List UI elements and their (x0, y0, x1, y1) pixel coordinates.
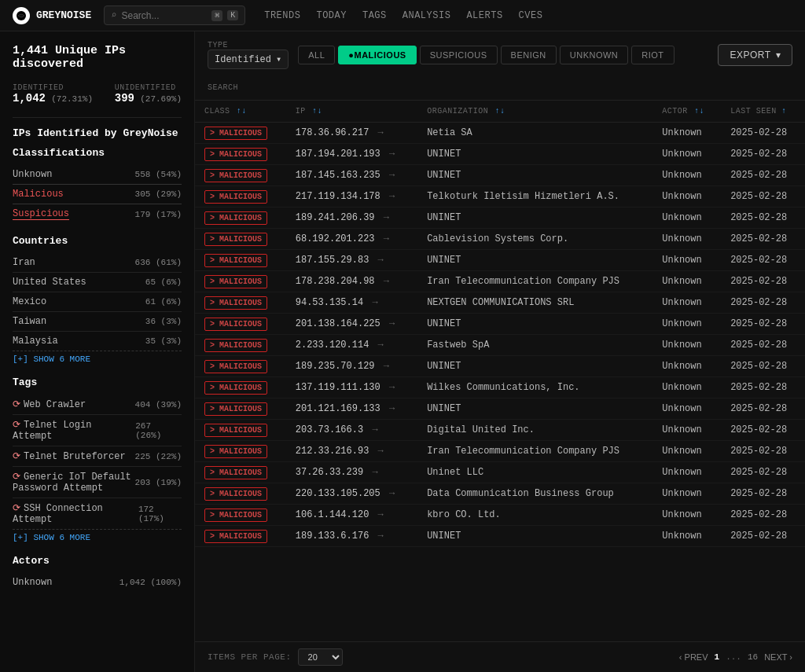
tag-telnet-login[interactable]: ⟳Telnet Login Attempt 267 (26%) (13, 417, 182, 444)
show-more-tags[interactable]: [+] SHOW 6 MORE (13, 533, 182, 542)
ip-link-4[interactable]: 189.241.206.39 (296, 212, 375, 223)
ip-link-6[interactable]: 187.155.29.83 (296, 255, 369, 266)
ip-arrow-17: → (389, 488, 395, 499)
export-button[interactable]: EXPORT ▾ (718, 44, 792, 66)
cell-class-4: MALICIOUS (195, 207, 286, 229)
ip-link-10[interactable]: 2.233.120.114 (296, 340, 369, 351)
col-ip[interactable]: IP ↑↓ (286, 101, 417, 123)
tab-riot[interactable]: RIOT (631, 46, 674, 64)
type-value: Identified (215, 54, 271, 65)
tab-malicious[interactable]: ●MALICIOUS (338, 46, 416, 64)
country-taiwan[interactable]: Taiwan 36 (3%) (13, 314, 182, 329)
page-last[interactable]: 16 (748, 652, 758, 662)
malicious-badge-4[interactable]: MALICIOUS (204, 211, 267, 225)
malicious-badge-2[interactable]: MALICIOUS (204, 169, 267, 182)
country-us[interactable]: United States 65 (6%) (13, 274, 182, 290)
ip-link-3[interactable]: 217.119.134.178 (296, 191, 380, 202)
ip-link-2[interactable]: 187.145.163.235 (296, 170, 380, 181)
malicious-badge-12[interactable]: MALICIOUS (204, 381, 267, 395)
cell-last-seen-0: 2025-02-28 (721, 123, 805, 144)
malicious-badge-10[interactable]: MALICIOUS (204, 339, 267, 352)
tab-all[interactable]: ALL (298, 46, 335, 64)
ip-link-15[interactable]: 212.33.216.93 (296, 446, 369, 457)
nav-tags[interactable]: TAGS (362, 10, 387, 21)
malicious-badge-8[interactable]: MALICIOUS (204, 296, 267, 310)
table-row: MALICIOUS 106.1.144.120 → kbro CO. Ltd. … (195, 505, 805, 526)
ip-link-17[interactable]: 220.133.105.205 (296, 488, 380, 499)
malicious-badge-13[interactable]: MALICIOUS (204, 402, 267, 416)
cell-last-seen-17: 2025-02-28 (721, 483, 805, 505)
malicious-badge-16[interactable]: MALICIOUS (204, 466, 267, 479)
tab-unknown[interactable]: UNKNOWN (560, 46, 629, 64)
malicious-badge-1[interactable]: MALICIOUS (204, 148, 267, 161)
tag-telnet-brute[interactable]: ⟳Telnet Bruteforcer 225 (22%) (13, 448, 182, 465)
ip-link-7[interactable]: 178.238.204.98 (296, 276, 375, 287)
malicious-badge-17[interactable]: MALICIOUS (204, 487, 267, 501)
next-button[interactable]: NEXT › (764, 652, 792, 662)
ip-link-5[interactable]: 68.192.201.223 (296, 233, 375, 244)
ip-link-0[interactable]: 178.36.96.217 (296, 127, 369, 138)
ip-link-8[interactable]: 94.53.135.14 (296, 297, 363, 308)
col-last-seen[interactable]: LAST SEEN ↑ (721, 101, 805, 123)
ip-link-1[interactable]: 187.194.201.193 (296, 149, 380, 160)
classification-malicious[interactable]: Malicious 305 (29%) (13, 186, 182, 202)
col-actor[interactable]: ACTOR ↑↓ (652, 101, 721, 123)
show-more-countries[interactable]: [+] SHOW 6 MORE (13, 354, 182, 364)
country-malaysia[interactable]: Malaysia 35 (3%) (13, 333, 182, 349)
ip-link-12[interactable]: 137.119.111.130 (296, 382, 380, 393)
country-iran[interactable]: Iran 636 (61%) (13, 255, 182, 270)
type-select[interactable]: Identified ▾ (208, 50, 289, 69)
table-row: MALICIOUS 203.73.166.3 → Digital United … (195, 420, 805, 441)
tag-ssh-label: ⟳SSH Connection Attempt (13, 502, 138, 525)
col-organization[interactable]: ORGANIZATION ↑↓ (417, 101, 652, 123)
nav-cves[interactable]: CVES (519, 10, 543, 21)
malicious-badge-0[interactable]: MALICIOUS (204, 127, 267, 140)
ip-link-14[interactable]: 203.73.166.3 (296, 424, 363, 435)
col-class[interactable]: CLASS ↑↓ (195, 101, 286, 123)
malicious-badge-19[interactable]: MALICIOUS (204, 530, 267, 543)
prev-button[interactable]: ‹ PREV (679, 652, 708, 662)
malicious-badge-9[interactable]: MALICIOUS (204, 318, 267, 331)
ip-link-18[interactable]: 106.1.144.120 (296, 509, 369, 520)
malicious-badge-11[interactable]: MALICIOUS (204, 360, 267, 373)
malicious-badge-6[interactable]: MALICIOUS (204, 254, 267, 267)
cell-actor-1: Unknown (652, 144, 721, 165)
classifications-title: Classifications (13, 147, 182, 159)
tag-telnet-login-count: 267 (26%) (135, 421, 182, 440)
classification-unknown[interactable]: Unknown 558 (54%) (13, 167, 182, 182)
ip-link-16[interactable]: 37.26.33.239 (296, 467, 363, 478)
search-box[interactable]: ⌕ ⌘ K (104, 6, 245, 25)
nav-today[interactable]: TODAY (316, 10, 347, 21)
ip-arrow-0: → (378, 127, 384, 138)
ip-arrow-18: → (378, 509, 384, 520)
cell-class-10: MALICIOUS (195, 335, 286, 356)
malicious-badge-3[interactable]: MALICIOUS (204, 190, 267, 204)
ip-link-13[interactable]: 201.121.169.133 (296, 403, 380, 414)
classification-malicious-count: 305 (29%) (135, 189, 182, 199)
countries-title: Countries (13, 235, 182, 247)
malicious-badge-14[interactable]: MALICIOUS (204, 424, 267, 437)
tag-ssh-count: 172 (17%) (138, 505, 182, 523)
search-input[interactable] (121, 10, 207, 21)
malicious-badge-15[interactable]: MALICIOUS (204, 445, 267, 458)
tag-web-crawler[interactable]: ⟳Web Crawler 404 (39%) (13, 396, 182, 413)
tag-iot-default[interactable]: ⟳Generic IoT DefaultPassword Attempt 203… (13, 468, 182, 496)
classification-suspicious[interactable]: Suspicious 179 (17%) (13, 206, 182, 222)
tab-benign[interactable]: BENIGN (501, 46, 557, 64)
actor-unknown[interactable]: Unknown 1,042 (100%) (13, 575, 182, 590)
malicious-badge-18[interactable]: MALICIOUS (204, 509, 267, 522)
ip-link-9[interactable]: 201.138.164.225 (296, 318, 380, 329)
malicious-badge-7[interactable]: MALICIOUS (204, 275, 267, 288)
ip-link-19[interactable]: 189.133.6.176 (296, 531, 369, 542)
nav-analysis[interactable]: ANALYSIS (402, 10, 451, 21)
ip-link-11[interactable]: 189.235.70.129 (296, 361, 375, 372)
per-page-select[interactable]: 20 50 100 (298, 648, 343, 666)
tag-ssh[interactable]: ⟳SSH Connection Attempt 172 (17%) (13, 500, 182, 527)
ip-arrow-15: → (378, 446, 384, 457)
ip-arrow-6: → (378, 255, 384, 266)
nav-alerts[interactable]: ALERTS (466, 10, 502, 21)
tab-suspicious[interactable]: SUSPICIOUS (420, 46, 498, 64)
country-mexico[interactable]: Mexico 61 (6%) (13, 294, 182, 310)
nav-trends[interactable]: TRENDS (264, 10, 300, 21)
malicious-badge-5[interactable]: MALICIOUS (204, 233, 267, 246)
